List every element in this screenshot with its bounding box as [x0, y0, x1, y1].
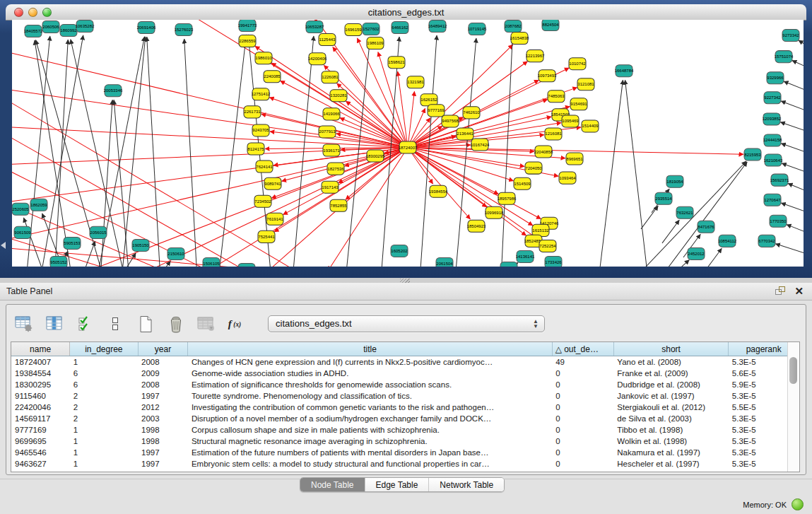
- table-panel-title: Table Panel: [6, 286, 52, 296]
- graph-node-label: 1860992: [60, 28, 77, 33]
- cell-out_degree: 49: [552, 356, 613, 368]
- graph-node-label: 9243705: [252, 128, 269, 132]
- cell-title: Investigating the contribution of common…: [188, 402, 552, 413]
- select-columns-icon[interactable]: [74, 313, 95, 334]
- graph-edge: [184, 39, 197, 267]
- table-row[interactable]: 977716911998Corpus callosum shape and si…: [11, 424, 799, 436]
- column-header-out_de[interactable]: △ out_de…: [552, 342, 613, 356]
- table-row[interactable]: 969969511998Structural magnetic resonanc…: [11, 436, 799, 447]
- graph-node-label: 14136141: [516, 255, 535, 259]
- tab-network-table[interactable]: Network Table: [429, 478, 504, 491]
- float-panel-icon[interactable]: [775, 286, 786, 298]
- table-row[interactable]: 1456911722003Disruption of a novel membe…: [11, 413, 799, 424]
- graph-node-label: 16648784: [615, 69, 634, 73]
- graph-node-label: 9497568: [442, 119, 459, 123]
- graph-node-label: 22040858: [534, 150, 553, 154]
- table-row[interactable]: 946554611997Estimation of the future num…: [11, 447, 799, 458]
- graph-node-label: 2087682: [505, 24, 522, 28]
- table-row[interactable]: 911546021997Tourette syndrome. Phenomeno…: [11, 390, 799, 402]
- graph-edge: [662, 220, 679, 243]
- table-row[interactable]: 1830029562008Estimation of significance …: [11, 379, 799, 390]
- collapse-panel-arrow-icon[interactable]: [1, 242, 6, 249]
- cell-in_degree: 2: [70, 402, 138, 413]
- cytoscape-app: citations_edges.txt 18405572206050618609…: [0, 0, 812, 514]
- delete-trash-icon[interactable]: [165, 313, 187, 334]
- graph-node-label: 14200406: [308, 57, 327, 61]
- graph-node[interactable]: [238, 263, 255, 267]
- cell-year: 2008: [138, 356, 188, 368]
- node-table: namein_degreeyeartitle△ out_de…shortpage…: [11, 342, 799, 469]
- function-builder-icon[interactable]: f (x): [226, 313, 247, 334]
- graph-node-label: 6466162: [392, 25, 408, 30]
- graph-node-label: 8824504: [542, 23, 559, 27]
- vertical-scrollbar[interactable]: [787, 342, 799, 472]
- cell-in_degree: 1: [70, 447, 138, 458]
- graph-node-label: 5905153: [64, 241, 81, 245]
- graph-node-label: 7632621: [676, 211, 693, 215]
- cell-short: Stergiakouli et al. (2012): [613, 402, 728, 413]
- table-row[interactable]: 946362711997Embryonic stem cells: a mode…: [11, 458, 799, 469]
- graph-node-label: 1862059: [30, 203, 47, 207]
- network-window-titlebar[interactable]: citations_edges.txt: [6, 4, 806, 21]
- graph-edge: [12, 148, 408, 165]
- new-document-icon[interactable]: [135, 313, 156, 334]
- graph-edge: [100, 100, 112, 267]
- cell-out_degree: 0: [552, 458, 613, 469]
- graph-node-label: 8969651: [566, 157, 583, 161]
- network-table-select-value: citations_edges.txt: [276, 318, 352, 329]
- cell-title: Genome-wide association studies in ADHD.: [188, 368, 552, 379]
- show-column-icon[interactable]: [44, 313, 65, 334]
- cell-short: Franke et al. (2009): [613, 368, 728, 379]
- network-canvas[interactable]: 1840557220605061860992106352822069140615…: [12, 20, 804, 267]
- graph-edge: [792, 60, 804, 75]
- graph-node-label: 2056015: [90, 230, 107, 235]
- graph-edge: [346, 38, 370, 267]
- graph-node-label: 10719145: [468, 27, 487, 31]
- graph-node-label: 9273342: [782, 33, 799, 37]
- cell-out_degree: 0: [552, 413, 613, 424]
- graph-edge: [408, 148, 526, 236]
- cell-year: 2012: [138, 402, 188, 413]
- table-panel-header: Table Panel ✕: [0, 283, 812, 300]
- graph-edge: [788, 184, 804, 199]
- tab-edge-table[interactable]: Edge Table: [365, 478, 430, 491]
- graph-node-label: 2935514: [655, 197, 672, 201]
- graph-node-label: 2452012: [688, 252, 705, 256]
- graph-edge: [599, 80, 623, 267]
- network-window: citations_edges.txt 18405572206050618609…: [0, 0, 812, 278]
- graph-node-label: 2240085: [264, 74, 281, 78]
- table-row[interactable]: 2242004622012Investigating the contribut…: [11, 402, 799, 413]
- cell-in_degree: 1: [70, 458, 138, 469]
- close-panel-icon[interactable]: ✕: [794, 286, 804, 297]
- column-header-in_degree[interactable]: in_degree: [70, 342, 138, 356]
- graph-node-label: 7204050: [525, 166, 542, 170]
- column-header-short[interactable]: short: [613, 342, 728, 356]
- cell-short: de Silva et al. (2003): [613, 413, 728, 424]
- graph-node-label: 12444158: [763, 138, 782, 142]
- column-header-year[interactable]: year: [138, 342, 188, 356]
- scrollbar-thumb[interactable]: [789, 357, 797, 384]
- graph-node-label: 10635282: [76, 24, 95, 28]
- network-table-select[interactable]: citations_edges.txt ▲▼: [268, 315, 545, 332]
- table-row[interactable]: 1938455462009Genome-wide association stu…: [11, 368, 799, 379]
- row-height-icon[interactable]: [105, 313, 126, 334]
- network-window-title: citations_edges.txt: [6, 7, 806, 18]
- graph-node-label: 10854112: [718, 239, 737, 243]
- graph-node-label: 9505152: [50, 260, 67, 264]
- svg-text:f: f: [228, 318, 233, 329]
- cell-title: Embryonic stem cells: a model to study s…: [188, 458, 552, 469]
- cell-name: 9465546: [11, 447, 70, 458]
- cell-out_degree: 0: [552, 424, 613, 436]
- cell-name: 9463627: [11, 458, 70, 469]
- column-header-name[interactable]: name: [11, 342, 70, 356]
- table-options-icon[interactable]: [13, 313, 35, 334]
- column-header-title[interactable]: title: [188, 342, 552, 356]
- graph-node-label: 1095469: [562, 119, 579, 123]
- cell-year: 2009: [138, 368, 188, 379]
- graph-node-label: 9227342: [764, 95, 781, 100]
- table-row[interactable]: 1872400712008Changes of HCN gene express…: [11, 356, 799, 368]
- graph-node-label: 19941773: [238, 23, 257, 28]
- graph-edge: [12, 127, 408, 147]
- graph-node-label: 2150610: [167, 252, 184, 256]
- tab-node-table[interactable]: Node Table: [300, 478, 365, 491]
